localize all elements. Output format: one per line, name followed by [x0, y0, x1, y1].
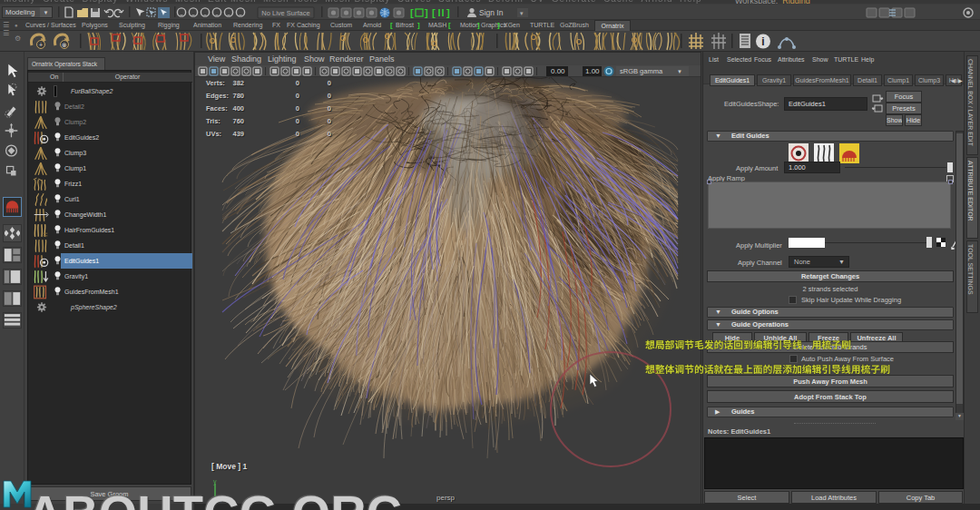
svg-text:No Live Surface: No Live Surface [261, 9, 309, 17]
svg-text:sRGB gamma: sRGB gamma [620, 67, 663, 75]
svg-text:+: + [39, 42, 43, 48]
svg-text:1.00: 1.00 [585, 67, 600, 75]
svg-text:]: ] [425, 7, 428, 18]
svg-text:▼: ▼ [677, 69, 682, 74]
svg-text:▾: ▾ [520, 10, 524, 16]
svg-text:⊗: ⊗ [62, 42, 67, 48]
svg-text:i: i [761, 35, 764, 48]
svg-text:[: [ [410, 7, 414, 18]
svg-text:0.00: 0.00 [551, 67, 565, 75]
svg-text:[: [ [432, 7, 436, 18]
svg-text:]: ] [446, 7, 450, 18]
svg-text:Sign In: Sign In [479, 8, 504, 17]
